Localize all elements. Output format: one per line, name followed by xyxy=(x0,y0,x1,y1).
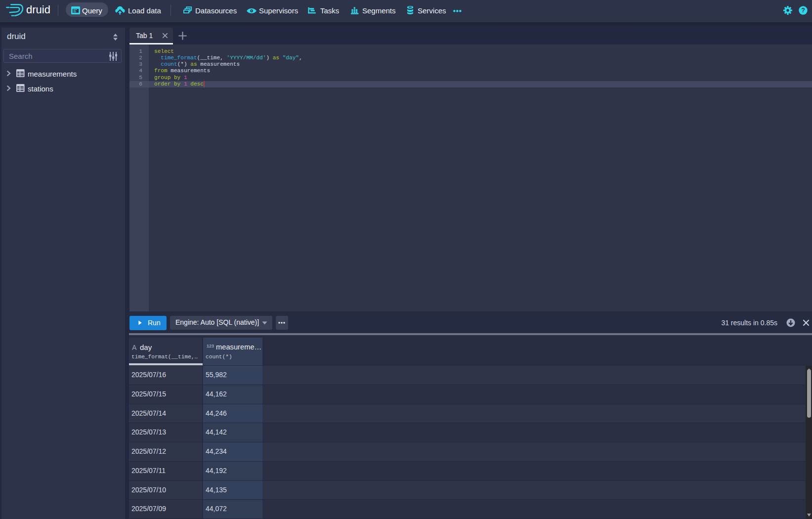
svg-text:?: ? xyxy=(801,7,805,14)
